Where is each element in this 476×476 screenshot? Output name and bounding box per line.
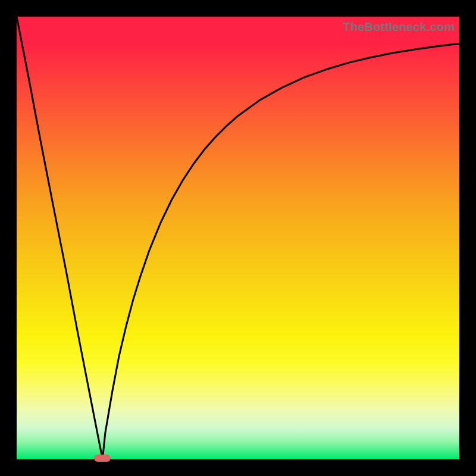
chart-frame: TheBottleneck.com (0, 0, 476, 476)
chart-curve-svg (17, 17, 459, 459)
chart-curve (17, 17, 459, 459)
chart-marker (94, 455, 111, 462)
chart-plot-area: TheBottleneck.com (17, 17, 459, 459)
